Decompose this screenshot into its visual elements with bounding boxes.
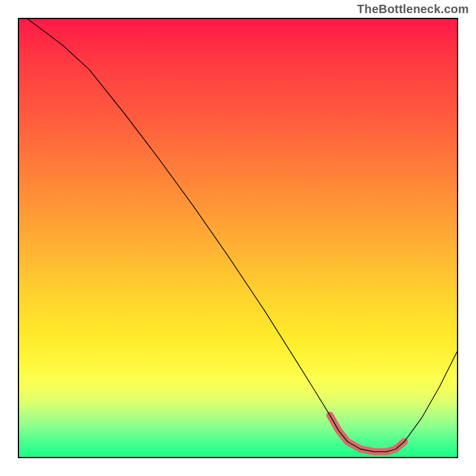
chart-container: TheBottleneck.com [0, 0, 476, 476]
plot-area [18, 18, 458, 458]
curve-svg [19, 19, 457, 457]
watermark-text: TheBottleneck.com [357, 2, 469, 16]
bottleneck-curve [28, 19, 457, 452]
